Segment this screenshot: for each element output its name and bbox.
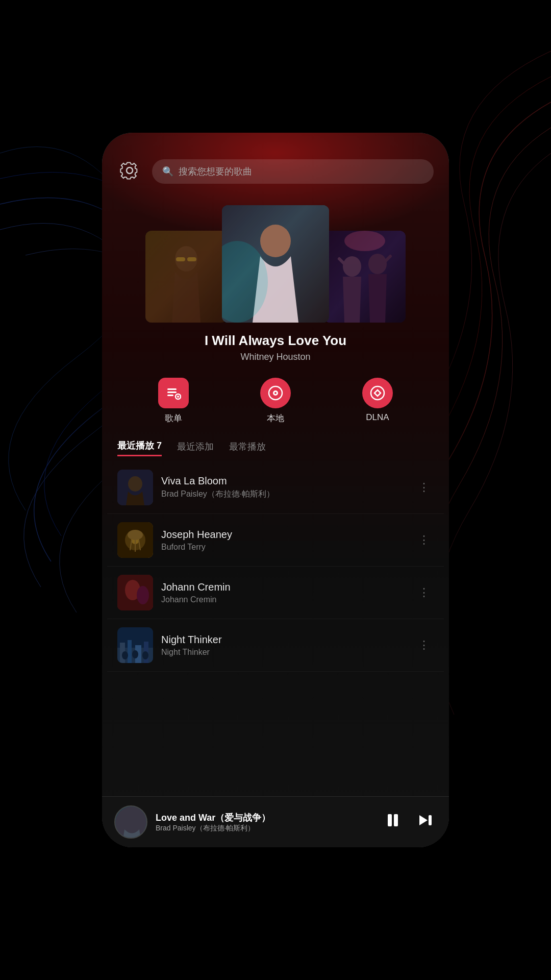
dlna-label: DLNA	[366, 412, 389, 423]
svg-rect-15	[167, 391, 177, 393]
svg-point-24	[128, 476, 142, 492]
svg-rect-35	[117, 575, 153, 610]
local-label: 本地	[267, 412, 284, 424]
vinyl-record-left	[171, 231, 202, 251]
song-artist-2: Buford Terry	[161, 543, 406, 552]
song-meta-1: Viva La Bloom Brad Paisley（布拉德·帕斯利）	[161, 475, 406, 500]
featured-song-title: I Will Always Love You	[117, 333, 434, 349]
album-left[interactable]	[145, 231, 227, 323]
song-meta-4: Night Thinker Night Thinker	[161, 634, 406, 657]
search-icon: 🔍	[162, 166, 173, 177]
song-title-4: Night Thinker	[161, 634, 406, 646]
svg-rect-50	[394, 814, 398, 826]
svg-rect-45	[117, 627, 153, 663]
song-thumbnail-2	[117, 522, 153, 558]
tabs-row: 最近播放 7 最近添加 最常播放	[102, 429, 449, 461]
album-right[interactable]	[324, 231, 406, 323]
song-meta-2: Joseph Heaney Buford Terry	[161, 529, 406, 552]
featured-song-artist: Whitney Houston	[117, 352, 434, 362]
svg-rect-51	[429, 815, 432, 825]
svg-point-48	[115, 806, 147, 839]
phone-frame: 🔍 搜索您想要的歌曲	[102, 133, 449, 847]
svg-point-18	[177, 396, 179, 398]
song-thumbnail-3	[117, 575, 153, 610]
now-playing-thumb	[114, 805, 147, 839]
svg-point-13	[344, 231, 385, 251]
playlist-icon	[158, 378, 189, 408]
album-carousel	[102, 200, 449, 323]
playback-controls	[382, 809, 437, 836]
header: 🔍 搜索您想要的歌曲	[102, 133, 449, 195]
svg-rect-0	[145, 231, 227, 323]
song-meta-3: Johann Cremin Johann Cremin	[161, 581, 406, 604]
svg-rect-2	[176, 257, 185, 261]
song-artist-3: Johann Cremin	[161, 595, 406, 604]
playlist-label: 歌单	[165, 412, 182, 424]
svg-point-21	[274, 392, 277, 394]
song-row[interactable]: Night Thinker Night Thinker ⋮	[107, 619, 444, 672]
more-options-3[interactable]: ⋮	[414, 586, 434, 599]
song-artist-4: Night Thinker	[161, 648, 406, 657]
nav-item-dlna[interactable]: DLNA	[362, 378, 393, 424]
dlna-icon	[362, 378, 393, 408]
svg-point-1	[175, 246, 197, 272]
svg-point-22	[371, 386, 384, 400]
now-playing-info: Love and War（爱与战争） Brad Paisley（布拉德·帕斯利）	[156, 812, 373, 833]
song-title-1: Viva La Bloom	[161, 475, 406, 487]
svg-point-28	[128, 530, 143, 540]
more-options-1[interactable]: ⋮	[414, 481, 434, 494]
local-icon	[260, 378, 291, 408]
more-options-4[interactable]: ⋮	[414, 639, 434, 652]
song-thumbnail-1	[117, 470, 153, 505]
nav-item-playlist[interactable]: 歌单	[158, 378, 189, 424]
song-row[interactable]: Joseph Heaney Buford Terry ⋮	[107, 514, 444, 567]
next-button[interactable]	[414, 809, 437, 836]
featured-song-info: I Will Always Love You Whitney Houston	[102, 333, 449, 362]
now-playing-title: Love and War（爱与战争）	[156, 812, 373, 824]
svg-rect-14	[167, 388, 177, 390]
song-row[interactable]: Johann Cremin Johann Cremin ⋮	[107, 567, 444, 619]
song-thumbnail-4	[117, 627, 153, 663]
tab-recent-add[interactable]: 最近添加	[177, 440, 214, 456]
more-options-2[interactable]: ⋮	[414, 533, 434, 547]
settings-button[interactable]	[117, 158, 142, 185]
nav-icons: 歌单 本地	[102, 362, 449, 429]
nav-item-local[interactable]: 本地	[260, 378, 291, 424]
song-row[interactable]: Viva La Bloom Brad Paisley（布拉德·帕斯利） ⋮	[107, 461, 444, 514]
now-playing-bar[interactable]: Love and War（爱与战争） Brad Paisley（布拉德·帕斯利）	[102, 796, 449, 847]
svg-rect-3	[187, 257, 196, 261]
song-artist-1: Brad Paisley（布拉德·帕斯利）	[161, 489, 406, 500]
pause-button[interactable]	[382, 809, 404, 836]
song-title-2: Joseph Heaney	[161, 529, 406, 541]
svg-rect-16	[167, 395, 173, 396]
tab-recent-play[interactable]: 最近播放 7	[117, 439, 162, 456]
now-playing-artist: Brad Paisley（布拉德·帕斯利）	[156, 824, 373, 833]
album-center[interactable]	[222, 205, 329, 323]
svg-rect-49	[388, 814, 392, 826]
song-list: Viva La Bloom Brad Paisley（布拉德·帕斯利） ⋮	[102, 461, 449, 672]
search-placeholder: 搜索您想要的歌曲	[179, 165, 252, 178]
search-bar[interactable]: 🔍 搜索您想要的歌曲	[152, 159, 434, 184]
song-title-3: Johann Cremin	[161, 581, 406, 593]
tab-most-play[interactable]: 最常播放	[229, 440, 266, 456]
